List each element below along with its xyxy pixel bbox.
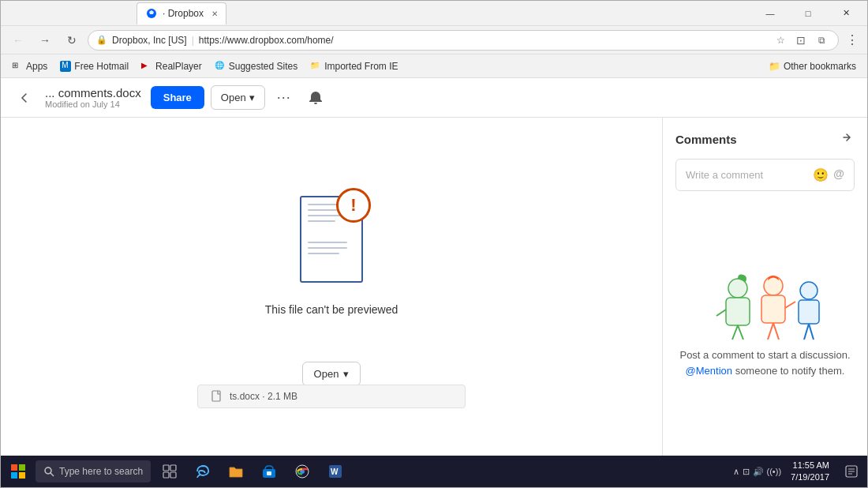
notification-center-button[interactable] [839, 459, 864, 484]
svg-rect-13 [799, 300, 819, 324]
svg-rect-27 [267, 471, 271, 475]
comment-input-box[interactable]: Write a comment 🙂 @ [675, 159, 855, 191]
volume-icon[interactable]: 🔊 [753, 467, 764, 477]
main-area: ! This file can't be previewed ts.docx ·… [1, 118, 867, 456]
browser-tab[interactable]: · Dropbox ✕ [137, 2, 226, 24]
file-info-bar: ts.docx · 2.1 MB [197, 385, 466, 408]
taskbar: Type here to search W [1, 456, 867, 487]
preview-open-label: Open [314, 368, 339, 380]
menu-button[interactable]: ⋮ [844, 32, 861, 49]
title-bar-left: · Dropbox ✕ [1, 2, 752, 24]
open-button[interactable]: Open ▾ [211, 85, 265, 110]
word-icon[interactable]: W [320, 456, 351, 487]
svg-rect-3 [726, 298, 750, 325]
svg-line-14 [804, 324, 809, 340]
clock-date: 7/19/2017 [791, 471, 829, 483]
company-name: Dropbox, Inc [US] [112, 35, 187, 46]
tray-up-arrow[interactable]: ∧ [733, 467, 739, 477]
store-icon[interactable] [253, 456, 285, 487]
svg-line-10 [773, 323, 779, 340]
share-button[interactable]: Share [151, 86, 204, 109]
taskbar-right: ∧ ⊡ 🔊 ((•)) 11:55 AM 7/19/2017 [727, 459, 864, 484]
mention-link: @Mention [686, 365, 732, 377]
bookmark-imported[interactable]: 📁 Imported From IE [305, 59, 402, 73]
mention-icon[interactable]: @ [833, 167, 844, 182]
open-label: Open [221, 92, 246, 103]
extension-icon[interactable]: ⧉ [813, 32, 830, 49]
clock: 11:55 AM 7/19/2017 [791, 460, 836, 484]
other-bookmarks[interactable]: 📁 Other bookmarks [764, 59, 861, 73]
forward-nav-button[interactable]: → [34, 29, 56, 51]
discussion-text: Post a comment to start a discussion. @M… [679, 347, 850, 378]
suggested-icon: 🌐 [215, 61, 226, 72]
more-icon: ··· [277, 89, 291, 106]
preview-area: ! This file can't be previewed ts.docx ·… [1, 118, 662, 456]
suggested-label: Suggested Sites [229, 61, 297, 72]
url-text: https://www.dropbox.com/home/ [199, 35, 767, 46]
chrome-icon[interactable] [286, 456, 318, 487]
tab-title: · Dropbox [163, 8, 204, 19]
svg-text:W: W [331, 467, 339, 476]
bookmark-suggested[interactable]: 🌐 Suggested Sites [210, 59, 302, 73]
window-controls: — □ ✕ [752, 1, 867, 26]
svg-point-12 [800, 282, 817, 299]
svg-rect-16 [11, 464, 17, 471]
svg-line-11 [785, 302, 795, 308]
file-icon [211, 390, 223, 403]
discussion-illustration [702, 268, 829, 347]
comment-icons: 🙂 @ [813, 167, 844, 182]
clock-time: 11:55 AM [791, 460, 829, 471]
notification-bell-button[interactable] [303, 85, 328, 111]
hotmail-icon: M [60, 61, 71, 72]
svg-rect-19 [19, 472, 25, 479]
close-button[interactable]: ✕ [828, 1, 864, 26]
address-box[interactable]: 🔒 Dropbox, Inc [US] | https://www.dropbo… [88, 30, 839, 51]
minimize-button[interactable]: — [752, 1, 788, 26]
start-button[interactable] [4, 457, 32, 486]
realplayer-icon: ▶ [141, 61, 152, 72]
tab-close-button[interactable]: ✕ [211, 9, 218, 18]
imported-icon: 📁 [310, 61, 321, 72]
svg-rect-8 [761, 295, 785, 323]
refresh-button[interactable]: ↻ [61, 29, 83, 51]
svg-rect-25 [170, 472, 176, 478]
taskbar-left: Type here to search W [4, 456, 351, 487]
discussion-line1: Post a comment to start a discussion. [679, 349, 850, 361]
file-info-text: ts.docx · 2.1 MB [230, 391, 297, 402]
apps-icon: ⊞ [12, 61, 23, 72]
back-button[interactable] [13, 87, 36, 109]
network-icon: ⊡ [743, 467, 750, 477]
folder-icon: 📁 [769, 61, 780, 72]
svg-rect-24 [163, 472, 169, 478]
star-icon[interactable]: ☆ [772, 32, 789, 49]
svg-point-20 [45, 467, 51, 474]
header-actions: Share Open ▾ ··· [151, 85, 328, 111]
document-preview-icon: ! [284, 188, 379, 291]
bookmark-apps[interactable]: ⊞ Apps [7, 59, 52, 73]
modified-label: Modified on July 14 [45, 99, 141, 109]
back-nav-button[interactable]: ← [7, 29, 29, 51]
comment-placeholder: Write a comment [686, 169, 806, 181]
comments-panel: Comments Write a comment 🙂 @ [662, 118, 867, 456]
bookmark-realplayer[interactable]: ▶ RealPlayer [137, 59, 207, 73]
file-explorer-icon[interactable] [220, 456, 252, 487]
wifi-icon: ((•)) [767, 467, 782, 476]
bookmark-hotmail[interactable]: M Free Hotmail [55, 59, 133, 73]
edge-icon[interactable] [187, 456, 219, 487]
task-view-button[interactable] [154, 456, 185, 487]
system-tray: ∧ ⊡ 🔊 ((•)) [727, 467, 788, 477]
emoji-icon[interactable]: 🙂 [813, 167, 829, 182]
search-placeholder: Type here to search [59, 466, 143, 477]
more-actions-button[interactable]: ··· [271, 85, 297, 111]
bookmarks-right: 📁 Other bookmarks [764, 59, 861, 73]
taskbar-icons: W [154, 456, 351, 487]
title-bar: · Dropbox ✕ — □ ✕ [1, 1, 867, 26]
svg-rect-22 [163, 465, 169, 471]
browser-content: ... comments.docx Modified on July 14 Sh… [1, 78, 867, 456]
search-box[interactable]: Type here to search [36, 460, 151, 482]
cast-icon[interactable]: ⊡ [792, 32, 810, 49]
file-title: ... comments.docx [45, 86, 141, 99]
maximize-button[interactable]: □ [790, 1, 826, 26]
preview-open-button[interactable]: Open ▾ [302, 362, 361, 386]
export-icon[interactable] [840, 130, 855, 148]
